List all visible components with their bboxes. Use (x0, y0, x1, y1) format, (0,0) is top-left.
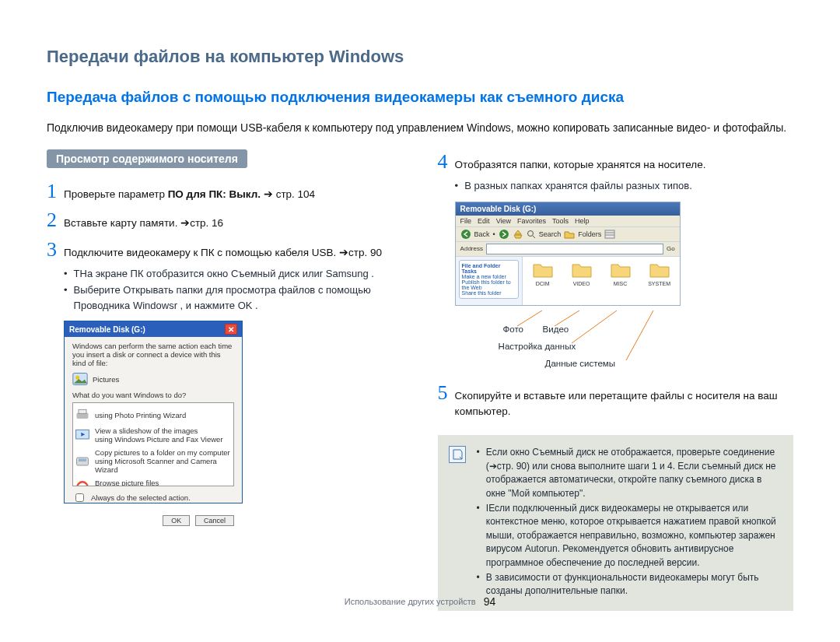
folder-video[interactable]: VIDEO (566, 261, 597, 297)
callout-photo: Фото (503, 325, 523, 334)
svg-point-11 (461, 230, 471, 239)
pictures-icon (72, 372, 88, 386)
svg-point-13 (527, 230, 533, 236)
step-5: 5 Скопируйте и вставьте или перетащите ф… (438, 381, 793, 420)
svg-line-21 (626, 310, 653, 360)
scanner-icon (75, 454, 90, 468)
step-number: 1 (47, 179, 64, 203)
dialog-type: Pictures (93, 375, 119, 384)
explorer-toolbar[interactable]: Back • Search Folders (456, 227, 680, 242)
address-label: Address (460, 245, 483, 252)
folder-icon (649, 261, 670, 279)
note-icon (449, 446, 466, 463)
dialog-option[interactable]: Browse picture filesusing MediaShow (75, 477, 232, 486)
svg-line-18 (517, 310, 542, 326)
svg-point-8 (77, 482, 87, 487)
cancel-button[interactable]: Cancel (195, 515, 234, 526)
step-number: 3 (47, 237, 64, 261)
bullet: Выберите Открывать папки для просмотра ф… (64, 282, 399, 313)
dialog-prompt: What do you want Windows to do? (72, 391, 234, 399)
dialog-option[interactable]: using Photo Printing Wizard (75, 406, 232, 423)
page-title: Передачи файлов на компьютер Windows (47, 47, 793, 67)
callout-sysdata: Данные системы (545, 359, 615, 368)
step-4: 4 Отобразятся папки, которые хранятся на… (438, 149, 793, 174)
step-text: ➔ стр. 104 (264, 188, 315, 200)
note-bullet: IЕсли подключенный диск видеокамеры не о… (477, 502, 779, 570)
folder-icon (533, 261, 553, 279)
explorer-title: Removable Disk (G:) (456, 202, 680, 216)
step-text: Отобразятся папки, которые хранятся на н… (455, 154, 706, 173)
ok-button[interactable]: OK (163, 515, 190, 526)
step-number: 5 (438, 381, 455, 405)
step-text: Подключите видеокамеру к ПК с помощью ка… (64, 242, 382, 261)
folder-dcim[interactable]: DCIM (527, 261, 558, 297)
folder-icon (611, 261, 631, 279)
step-bold: ПО для ПК: Выкл. (168, 188, 261, 200)
bullet: В разных папках хранятся файлы разных ти… (455, 178, 793, 194)
back-icon[interactable] (460, 229, 471, 240)
intro-text: Подключив видеокамеру при помощи USB-каб… (47, 120, 793, 135)
folders-icon[interactable] (564, 230, 575, 239)
folder-callouts: Фото Видео Настройка данных Данные систе… (455, 310, 681, 381)
dialog-text: Windows can perform the same action each… (72, 342, 234, 367)
dialog-option[interactable]: Copy pictures to a folder on my computer… (75, 447, 232, 475)
dialog-title: Removable Disk (G:) (69, 325, 145, 334)
bullet: ТНа экране ПК отобразится окно Съемный д… (64, 266, 399, 282)
slideshow-icon (75, 428, 90, 442)
note-bullet: Если окно Съемный диск не отображается, … (477, 446, 779, 500)
svg-rect-7 (79, 459, 86, 461)
section-title: Передача файлов с помощью подключения ви… (47, 89, 793, 106)
step-text: Скопируйте и вставьте или перетащите фай… (455, 385, 793, 420)
folder-misc[interactable]: MISC (605, 261, 636, 297)
mediashow-icon (75, 480, 90, 486)
step-1: 1 Проверьте параметр ПО для ПК: Выкл. ➔ … (47, 179, 399, 203)
step-3: 3 Подключите видеокамеру к ПК с помощью … (47, 237, 399, 261)
dialog-option[interactable]: View a slideshow of the imagesusing Wind… (75, 425, 232, 445)
explorer-menu[interactable]: FileEditViewFavoritesToolsHelp (456, 216, 680, 227)
svg-line-20 (572, 310, 617, 343)
search-icon[interactable] (527, 230, 536, 239)
page-footer: Использование других устройств 94 (345, 595, 496, 608)
explorer-sidebar: File and Folder Tasks Make a new folder … (456, 257, 523, 305)
step-number: 4 (438, 149, 455, 174)
note-box: Если окно Съемный диск не отображается, … (438, 435, 793, 610)
folder-system[interactable]: SYSTEM (644, 261, 675, 297)
always-checkbox[interactable] (75, 493, 84, 502)
forward-icon[interactable] (499, 229, 509, 240)
explorer-window: Removable Disk (G:) FileEditViewFavorite… (455, 202, 681, 306)
step-text: Вставьте карту памяти. ➔стр. 16 (64, 212, 223, 231)
callout-settings: Настройка данных (499, 342, 576, 351)
callout-video: Видео (543, 325, 569, 334)
close-icon[interactable]: ✕ (225, 324, 237, 335)
svg-rect-15 (605, 230, 614, 238)
svg-line-14 (533, 236, 535, 238)
up-icon[interactable] (513, 229, 523, 240)
sub-heading: Просмотр содержимого носителя (47, 149, 247, 168)
go-button[interactable]: Go (667, 245, 675, 252)
svg-line-19 (555, 310, 579, 326)
printer-icon (75, 408, 90, 422)
folder-icon (572, 261, 592, 279)
views-icon[interactable] (604, 230, 615, 239)
autoplay-dialog: Removable Disk (G:) ✕ Windows can perfor… (64, 321, 243, 503)
note-bullet: В зависимости от функциональности видеок… (477, 571, 779, 598)
step-number: 2 (47, 208, 64, 232)
svg-point-12 (499, 230, 509, 239)
svg-rect-3 (79, 410, 86, 414)
checkbox-label: Always do the selected action. (91, 493, 191, 502)
address-input[interactable] (486, 244, 663, 254)
step-text: Проверьте параметр (64, 188, 168, 200)
step-2: 2 Вставьте карту памяти. ➔стр. 16 (47, 208, 399, 232)
